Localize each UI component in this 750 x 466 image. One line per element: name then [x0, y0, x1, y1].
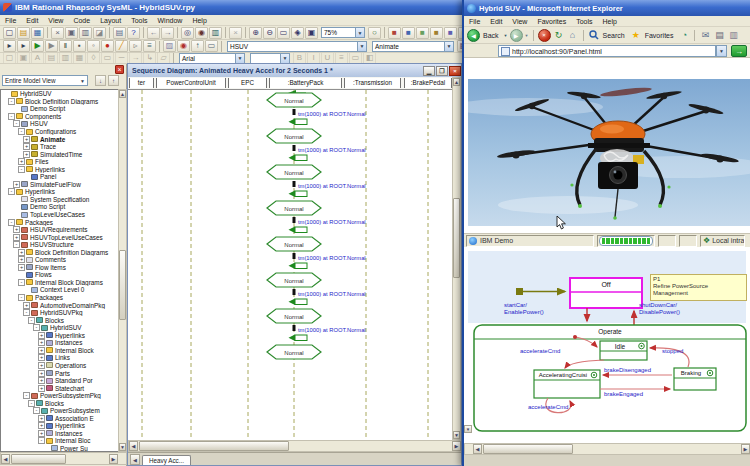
- print-icon[interactable]: ▤: [113, 27, 126, 39]
- select-icon[interactable]: ▢: [3, 53, 16, 64]
- collapse-icon[interactable]: -: [33, 324, 40, 331]
- lifeline-header-1[interactable]: PowerControlUnit: [156, 78, 226, 88]
- expand-icon[interactable]: +: [38, 354, 45, 361]
- save-icon[interactable]: ▦: [31, 27, 44, 39]
- tree-item-demo-script[interactable]: Demo Script: [1, 105, 118, 113]
- address-dropdown-icon[interactable]: ▼: [716, 45, 727, 57]
- threads-icon[interactable]: ≡: [143, 40, 156, 52]
- breakpoint-icon[interactable]: ◦: [87, 40, 100, 52]
- collapse-icon[interactable]: -: [8, 219, 15, 226]
- scroll-down-icon[interactable]: ▼: [453, 431, 460, 439]
- lifeline-header-4[interactable]: :Transmission: [344, 78, 401, 88]
- edit-icon[interactable]: ▥: [727, 29, 739, 41]
- lifeline-header-0[interactable]: ter: [129, 78, 154, 88]
- expand-icon[interactable]: +: [18, 256, 25, 263]
- stamp-icon[interactable]: ▣: [17, 53, 30, 64]
- pan-icon[interactable]: ◈: [291, 27, 304, 39]
- search-icon[interactable]: [588, 29, 600, 41]
- collapse-icon[interactable]: -: [28, 317, 35, 324]
- tree-item-system-specification[interactable]: System Specification: [1, 196, 118, 204]
- table-draw-icon[interactable]: ▦: [73, 53, 86, 64]
- tree-item-hybridsuv[interactable]: -HybridSUV: [1, 324, 118, 332]
- panel-hscrollbar[interactable]: ◀ ▶: [464, 443, 750, 455]
- menu-edit[interactable]: Edit: [21, 16, 43, 25]
- expand-icon[interactable]: +: [38, 415, 45, 422]
- tree-item-instances[interactable]: +Instances: [1, 339, 118, 347]
- expand-icon[interactable]: +: [13, 181, 20, 188]
- tree-item-automotivedomainpkg[interactable]: +AutomotiveDomainPkg: [1, 301, 118, 309]
- sequence-vscrollbar[interactable]: ▲ ▼: [452, 77, 461, 440]
- expand-icon[interactable]: +: [38, 385, 45, 392]
- seq-vscroll-thumb[interactable]: [453, 198, 460, 278]
- expand-icon[interactable]: +: [23, 136, 30, 143]
- collapse-icon[interactable]: -: [13, 120, 20, 127]
- collapse-icon[interactable]: -: [28, 400, 35, 407]
- tree-item-internal-block-diagrams[interactable]: -Internal Block Diagrams: [1, 279, 118, 287]
- forward-button[interactable]: ▶: [510, 29, 523, 42]
- ie-menu-view[interactable]: View: [507, 17, 532, 26]
- collapse-icon[interactable]: -: [23, 392, 30, 399]
- tree-item-simulatefuelflow[interactable]: +SimulateFuelFlow: [1, 181, 118, 189]
- tree-hscrollbar[interactable]: ◀ ▶: [0, 452, 127, 465]
- tree-item-links[interactable]: +Links: [1, 354, 118, 362]
- scroll-right-icon[interactable]: ▶: [109, 454, 118, 464]
- expand-icon[interactable]: +: [38, 370, 45, 377]
- expand-icon[interactable]: +: [38, 377, 45, 384]
- refresh-icon[interactable]: ↻: [553, 29, 565, 41]
- tree-item-hyperlinks[interactable]: -Hyperlinks: [1, 188, 118, 196]
- tree-item-hsuv[interactable]: -HSUV: [1, 120, 118, 128]
- collapse-icon[interactable]: -: [8, 113, 15, 120]
- frame-icon[interactable]: ▭: [205, 40, 218, 52]
- tree-item-comments[interactable]: +Comments: [1, 256, 118, 264]
- command-icon[interactable]: ▪: [73, 40, 86, 52]
- collapse-icon[interactable]: -: [13, 241, 20, 248]
- tree-item-toplevelusecases[interactable]: TopLevelUseCases: [1, 211, 118, 219]
- tree-item-demo-script[interactable]: Demo Script: [1, 203, 118, 211]
- menu-tools[interactable]: Tools: [126, 16, 152, 25]
- tree-item-block-definition-diagrams[interactable]: -Block Definition Diagrams: [1, 98, 118, 106]
- expand-icon[interactable]: +: [38, 332, 45, 339]
- collapse-icon[interactable]: -: [23, 309, 30, 316]
- expand-icon[interactable]: +: [38, 339, 45, 346]
- expand-icon[interactable]: +: [38, 422, 45, 429]
- tree-item-configurations[interactable]: -Configurations: [1, 128, 118, 136]
- find-icon[interactable]: ◎: [181, 27, 194, 39]
- print-icon[interactable]: ▤: [713, 29, 725, 41]
- expand-icon[interactable]: +: [38, 430, 45, 437]
- tree-item-hsuvrequirements[interactable]: +HSUVRequirements: [1, 226, 118, 234]
- expand-icon[interactable]: +: [13, 226, 20, 233]
- tree-vscrollbar[interactable]: ▲ ▼: [118, 89, 127, 452]
- expand-icon[interactable]: +: [23, 143, 30, 150]
- tree-item-instances[interactable]: +Instances: [1, 430, 118, 438]
- note-icon[interactable]: ▤: [45, 53, 58, 64]
- tree-item-hyperlinks[interactable]: +Hyperlinks: [1, 422, 118, 430]
- seq-hscroll-thumb[interactable]: [139, 441, 289, 451]
- collapse-icon[interactable]: -: [33, 407, 40, 414]
- expand-icon[interactable]: +: [23, 302, 30, 309]
- tree-item-block-definition-diagrams[interactable]: +Block Definition Diagrams: [1, 248, 118, 256]
- browser-view-combo[interactable]: Entire Model View ▼: [2, 75, 88, 86]
- scroll-left-icon[interactable]: ◀: [1, 454, 10, 464]
- ie-menu-tools[interactable]: Tools: [571, 17, 597, 26]
- tab-nav-left-icon[interactable]: ◀: [130, 454, 140, 465]
- tree-item-hyperlinks[interactable]: -Hyperlinks: [1, 165, 118, 173]
- tree-item-context-level-0[interactable]: Context Level 0: [1, 286, 118, 294]
- quit-animation-icon[interactable]: ▹: [129, 40, 142, 52]
- favorites-star-icon[interactable]: ★: [630, 29, 642, 41]
- expand-icon[interactable]: +: [13, 234, 20, 241]
- tree-item-blocks[interactable]: -Blocks: [1, 399, 118, 407]
- tree-item-animate[interactable]: +Animate: [1, 135, 118, 143]
- lifeline-header-2[interactable]: EPC: [228, 78, 267, 88]
- delete-icon[interactable]: ×: [229, 27, 242, 39]
- fit-view-icon[interactable]: ▣: [305, 27, 318, 39]
- collapse-icon[interactable]: -: [18, 166, 25, 173]
- tree-item-hsuvtoplevelusecases[interactable]: +HSUVTopLevelUseCases: [1, 233, 118, 241]
- move-down-icon[interactable]: ↓: [95, 75, 106, 86]
- scroll-left-icon[interactable]: ◀: [129, 441, 138, 451]
- menu-file[interactable]: File: [0, 16, 21, 25]
- step-over-icon[interactable]: ▸: [3, 40, 16, 52]
- model-tool-5-icon[interactable]: ■: [444, 27, 457, 39]
- tree-item-simulatedtime[interactable]: +SimulatedTime: [1, 150, 118, 158]
- tree-item-panel[interactable]: Panel: [1, 173, 118, 181]
- browser-icon[interactable]: ▥: [209, 27, 222, 39]
